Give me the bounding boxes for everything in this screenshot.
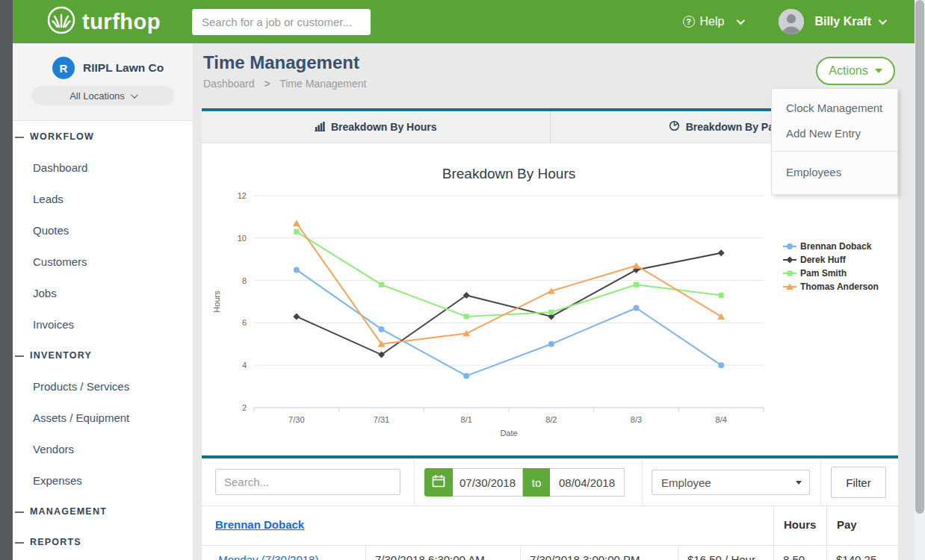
actions-button[interactable]: Actions — [816, 57, 895, 85]
svg-text:Brennan Doback: Brennan Doback — [800, 241, 872, 252]
calendar-icon — [432, 474, 445, 491]
locations-label: All Locations — [69, 90, 125, 102]
pay-column-header: Pay — [826, 506, 898, 545]
menu-divider — [772, 151, 897, 152]
cell-day: - Monday (7/30/2018) — [202, 546, 365, 560]
sidebar-item-products-services[interactable]: Products / Services — [13, 370, 193, 402]
svg-text:4: 4 — [242, 361, 247, 370]
breadcrumb-dashboard[interactable]: Dashboard — [203, 78, 255, 90]
svg-text:7/31: 7/31 — [374, 415, 389, 424]
sidebar-section-inventory[interactable]: INVENTORY — [13, 340, 193, 370]
actions-dropdown-menu: Clock Management Add New Entry Employees — [771, 88, 898, 195]
svg-text:8: 8 — [242, 276, 247, 285]
sidebar-nav: WORKFLOWDashboardLeadsQuotesCustomersJob… — [13, 121, 193, 557]
avatar[interactable] — [779, 9, 804, 34]
sidebar-item-leads[interactable]: Leads — [13, 183, 193, 214]
grass-logo-icon — [46, 5, 76, 38]
sidebar-item-vendors[interactable]: Vendors — [13, 433, 193, 464]
calendar-button[interactable] — [424, 468, 453, 497]
svg-text:12: 12 — [238, 191, 247, 200]
sidebar-item-quotes[interactable]: Quotes — [13, 214, 193, 246]
page-title: Time Management — [203, 52, 359, 73]
locations-dropdown[interactable]: All Locations — [31, 86, 174, 105]
svg-text:8/2: 8/2 — [545, 415, 557, 424]
logo-text: turfhop — [82, 10, 161, 34]
tab-breakdown-by-hours[interactable]: Breakdown By Hours — [202, 111, 550, 143]
svg-text:8/3: 8/3 — [631, 415, 642, 424]
svg-text:7/30: 7/30 — [288, 415, 304, 424]
filter-bar: to Employee Filter — [202, 455, 898, 506]
chevron-down-icon — [131, 91, 138, 99]
svg-text:10: 10 — [238, 234, 247, 243]
divider — [414, 458, 415, 505]
day-link[interactable]: Monday (7/30/2018) — [218, 553, 318, 560]
table-header: Brennan Doback Hours Pay — [202, 506, 898, 545]
chevron-down-icon — [737, 16, 745, 25]
top-header: turfhop ? Help Billy Kraft — [13, 0, 915, 43]
svg-text:Hours: Hours — [212, 290, 221, 313]
sidebar: R RIIPL Lawn Co All Locations WORKFLOWDa… — [13, 43, 193, 560]
menu-item-add-new-entry[interactable]: Add New Entry — [772, 120, 897, 146]
date-to-label: to — [523, 468, 550, 497]
date-to-input[interactable] — [550, 468, 625, 497]
svg-text:8/1: 8/1 — [461, 415, 472, 424]
menu-item-employees[interactable]: Employees — [772, 157, 897, 187]
cell-hours: 8.50 — [773, 546, 826, 560]
cell-start: 7/30/2018 6:30:00 AM — [365, 546, 520, 560]
svg-text:8/4: 8/4 — [716, 415, 727, 424]
bar-chart-icon — [315, 121, 325, 134]
turfhop-logo[interactable]: turfhop — [46, 5, 161, 38]
cell-end: 7/30/2018 3:00:00 PM — [520, 546, 678, 560]
sidebar-item-customers[interactable]: Customers — [13, 246, 193, 277]
svg-text:6: 6 — [242, 318, 247, 327]
sidebar-item-jobs[interactable]: Jobs — [13, 277, 193, 308]
sidebar-item-assets-equipment[interactable]: Assets / Equipment — [13, 402, 193, 433]
sidebar-section-management[interactable]: MANAGEMENT — [13, 496, 193, 526]
sidebar-section-workflow[interactable]: WORKFLOW — [13, 121, 193, 152]
dashes-icon — [15, 511, 24, 513]
svg-text:Pam Smith: Pam Smith — [800, 268, 847, 279]
breadcrumb-separator: > — [264, 78, 270, 90]
page-scrollbar — [915, 0, 925, 560]
sidebar-item-expenses[interactable]: Expenses — [13, 464, 193, 496]
dashes-icon — [15, 355, 24, 357]
dashes-icon — [15, 137, 24, 138]
svg-text:Thomas Anderson: Thomas Anderson — [800, 281, 879, 292]
svg-text:2: 2 — [242, 403, 247, 412]
cell-pay: $140.25 — [826, 546, 898, 560]
help-icon: ? — [683, 16, 695, 28]
svg-text:Date: Date — [500, 429, 517, 438]
caret-down-icon — [796, 481, 802, 485]
date-range-group: to — [424, 468, 625, 497]
filter-button[interactable]: Filter — [831, 467, 886, 498]
divider — [820, 458, 821, 505]
sidebar-item-dashboard[interactable]: Dashboard — [13, 152, 193, 183]
pie-chart-icon — [669, 120, 680, 134]
breadcrumb-current: Time Management — [279, 78, 366, 90]
user-name[interactable]: Billy Kraft — [814, 15, 871, 28]
sidebar-section-reports[interactable]: REPORTS — [13, 526, 193, 557]
dashes-icon — [15, 542, 24, 544]
employee-group-link[interactable]: Brennan Doback — [215, 518, 304, 531]
sidebar-company-block: R RIIPL Lawn Co All Locations — [13, 43, 193, 121]
company-logo: R — [52, 57, 75, 79]
sidebar-item-invoices[interactable]: Invoices — [13, 308, 193, 340]
svg-text:Derek Huff: Derek Huff — [800, 255, 847, 265]
collapsed-nav-strip — [0, 0, 13, 560]
table-search-input[interactable] — [215, 469, 400, 495]
table-row: - Monday (7/30/2018)7/30/2018 6:30:00 AM… — [202, 545, 898, 560]
chevron-down-icon — [879, 16, 887, 25]
divider — [642, 458, 643, 505]
caret-down-icon — [875, 69, 882, 73]
hours-column-header: Hours — [773, 506, 826, 545]
help-label: Help — [700, 15, 725, 28]
date-from-input[interactable] — [453, 468, 523, 497]
breadcrumb: Dashboard > Time Management — [203, 78, 366, 90]
menu-item-clock-management[interactable]: Clock Management — [772, 95, 897, 120]
employee-select[interactable]: Employee — [652, 470, 810, 495]
help-menu[interactable]: ? Help — [683, 15, 743, 28]
scrollbar-thumb[interactable] — [915, 0, 924, 514]
global-search-input[interactable] — [192, 9, 371, 35]
employee-group-cell: Brennan Doback — [202, 506, 773, 545]
cell-rate: $16.50 / Hour — [678, 546, 773, 560]
